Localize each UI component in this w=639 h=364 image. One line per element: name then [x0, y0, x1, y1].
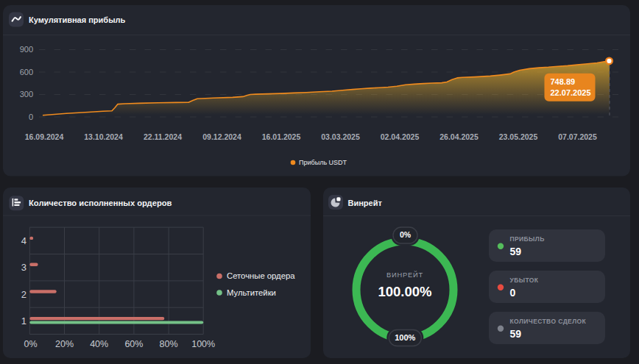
svg-text:100%: 100% — [191, 339, 215, 349]
svg-text:40%: 40% — [90, 339, 108, 349]
svg-text:ВИНРЕЙТ: ВИНРЕЙТ — [386, 271, 423, 279]
svg-text:КОЛИЧЕСТВО СДЕЛОК: КОЛИЧЕСТВО СДЕЛОК — [510, 318, 587, 325]
svg-text:3: 3 — [21, 262, 27, 273]
svg-text:80%: 80% — [160, 339, 178, 349]
svg-text:2: 2 — [21, 289, 27, 300]
svg-text:100%: 100% — [395, 333, 415, 342]
svg-text:16.01.2025: 16.01.2025 — [262, 132, 301, 141]
svg-text:22.11.2024: 22.11.2024 — [144, 132, 182, 141]
svg-text:23.05.2025: 23.05.2025 — [499, 132, 538, 141]
svg-text:УБЫТОК: УБЫТОК — [510, 276, 539, 284]
svg-text:26.04.2025: 26.04.2025 — [439, 132, 479, 141]
svg-text:13.10.2024: 13.10.2024 — [84, 132, 123, 141]
svg-text:0%: 0% — [400, 230, 412, 239]
svg-text:0%: 0% — [24, 339, 37, 349]
svg-text:Винрейт: Винрейт — [348, 199, 383, 207]
svg-text:02.04.2025: 02.04.2025 — [381, 132, 420, 141]
svg-text:60%: 60% — [124, 339, 143, 349]
svg-text:20%: 20% — [55, 339, 74, 349]
svg-text:300: 300 — [20, 90, 33, 99]
svg-text:748.89: 748.89 — [551, 77, 576, 86]
svg-text:Мультитейки: Мультитейки — [227, 288, 276, 297]
svg-text:1: 1 — [21, 315, 27, 326]
svg-text:Сеточные ордера: Сеточные ордера — [227, 271, 295, 280]
svg-text:09.12.2024: 09.12.2024 — [202, 132, 241, 141]
svg-text:07.07.2025: 07.07.2025 — [558, 132, 597, 141]
svg-text:Прибыль USDT: Прибыль USDT — [299, 159, 347, 166]
svg-text:4: 4 — [21, 235, 27, 246]
svg-text:Количество исполненных ордеров: Количество исполненных ордеров — [29, 199, 172, 207]
svg-text:16.09.2024: 16.09.2024 — [25, 132, 64, 141]
svg-text:0: 0 — [29, 113, 33, 121]
svg-text:03.03.2025: 03.03.2025 — [321, 132, 360, 141]
svg-text:ПРИБЫЛЬ: ПРИБЫЛЬ — [510, 235, 545, 243]
svg-text:Кумулятивная прибыль: Кумулятивная прибыль — [29, 15, 126, 24]
svg-text:0: 0 — [510, 287, 516, 299]
svg-text:900: 900 — [20, 45, 33, 54]
svg-text:600: 600 — [20, 68, 33, 76]
svg-text:100.00%: 100.00% — [378, 284, 431, 299]
svg-text:59: 59 — [510, 246, 522, 257]
svg-text:59: 59 — [510, 328, 522, 340]
svg-text:22.07.2025: 22.07.2025 — [551, 88, 591, 97]
